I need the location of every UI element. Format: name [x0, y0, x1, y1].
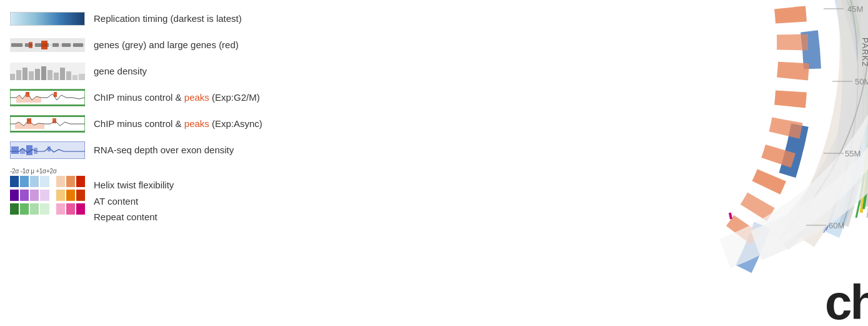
svg-rect-21: [72, 75, 77, 80]
label-helix: Helix twist flexibility: [94, 179, 174, 191]
svg-text:60M: 60M: [829, 221, 844, 230]
swatch-genes: [10, 36, 85, 54]
svg-rect-19: [60, 68, 65, 80]
legend-row-chip-g2m: ChIP minus control & peaks (Exp:G2/M): [10, 86, 290, 109]
label-gene-density: gene density: [94, 65, 147, 78]
label-chip-async: ChIP minus control & peaks (Exp:Async): [94, 118, 262, 130]
swatch-replication: [10, 9, 85, 28]
svg-rect-12: [16, 70, 21, 80]
svg-text:chr 3: chr 3: [825, 275, 868, 326]
legend-row-genes: genes (grey) and large genes (red): [10, 34, 290, 56]
svg-rect-40: [47, 146, 51, 151]
svg-rect-22: [79, 74, 85, 80]
svg-text:45M: 45M: [847, 4, 863, 14]
svg-rect-18: [54, 73, 59, 80]
svg-rect-20: [66, 71, 71, 80]
label-rnaseq: RNA-seq depth over exon density: [94, 144, 234, 156]
svg-rect-11: [10, 74, 15, 80]
svg-text:50M: 50M: [855, 77, 868, 86]
svg-rect-17: [47, 70, 52, 80]
svg-rect-33: [52, 118, 56, 123]
label-replication: Replication timing (darkest is latest): [94, 13, 242, 25]
svg-rect-14: [29, 71, 34, 80]
legend-row-chip-async: ChIP minus control & peaks (Exp:Async): [10, 113, 290, 135]
svg-text:PARK2: PARK2: [861, 38, 868, 67]
label-at-content: AT content: [94, 195, 174, 208]
label-chip-g2m: ChIP minus control & peaks (Exp:G2/M): [94, 91, 260, 104]
svg-rect-15: [35, 69, 40, 80]
legend-row-replication: Replication timing (darkest is latest): [10, 8, 290, 30]
svg-rect-27: [54, 92, 57, 97]
swatch-rnaseq: [10, 141, 85, 160]
svg-rect-36: [11, 146, 19, 154]
legend-row-gene-density: gene density: [10, 60, 290, 83]
swatch-chip-g2m: [10, 88, 85, 107]
sigma-label: -2σ -1σ μ +1σ+2σ: [10, 168, 85, 175]
svg-text:55M: 55M: [845, 149, 861, 158]
viz-panel: 45M 50M 55M 60M PARK2 chr 3: [275, 0, 868, 326]
legend-panel: Replication timing (darkest is latest) g…: [0, 0, 300, 326]
legend-row-scales: -2σ -1σ μ +1σ+2σ: [10, 168, 290, 218]
label-repeat: Repeat content: [94, 211, 174, 223]
swatch-gene-density: [10, 62, 85, 81]
svg-rect-16: [41, 66, 46, 80]
swatch-chip-async: [10, 115, 85, 133]
legend-row-rnaseq: RNA-seq depth over exon density: [10, 139, 290, 161]
svg-rect-13: [22, 68, 27, 80]
label-genes: genes (grey) and large genes (red): [94, 39, 239, 51]
